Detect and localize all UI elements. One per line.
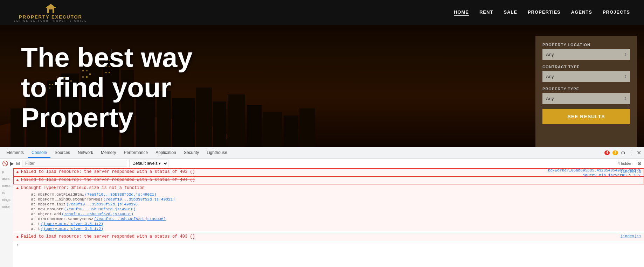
stack-link-4[interactable]: (7ea8f10...35b338f52d.js:49018) <box>64 207 136 211</box>
hero-content: The best way to find your Property <box>0 25 535 147</box>
location-select[interactable]: Any <box>542 49 630 60</box>
tab-console[interactable]: Console <box>28 148 50 158</box>
stack-link-6[interactable]: (7ea8f10...35b338f52d.js:49035) <box>94 217 166 221</box>
console-content-area: p assa... mess... rs nings oose ● Failed… <box>0 168 644 267</box>
hero-line1: The best way <box>21 42 193 73</box>
console-prompt[interactable]: › <box>13 241 644 250</box>
source-link-bg[interactable]: bg-worker_06ab695635.4323543549652.jpg:1 <box>548 168 640 173</box>
hero-line2: to find your <box>21 72 171 103</box>
left-item-2[interactable]: assa... <box>0 175 13 182</box>
stack-link-8[interactable]: (jquery.min.js?ver=3.5.1:2) <box>41 227 103 231</box>
left-item-4[interactable]: rs <box>0 189 13 196</box>
tab-network[interactable]: Network <box>74 148 97 158</box>
more-options-icon[interactable]: ⋮ <box>628 149 634 156</box>
clear-console-icon[interactable]: 🚫 <box>2 161 8 166</box>
stack-text-7: at t <box>22 222 40 226</box>
left-item-6[interactable]: oose <box>0 203 13 210</box>
nav-link-sale[interactable]: SALE <box>504 9 517 16</box>
stack-row-6: at HTMLDocument.<anonymous> (7ea8f10...3… <box>13 217 644 222</box>
error-text-1: Failed to load resource: the server resp… <box>21 169 621 174</box>
tab-sources[interactable]: Sources <box>51 148 74 158</box>
location-label: PROPERTY LOCATION <box>542 43 630 47</box>
settings-icon[interactable]: ⚙ <box>621 150 625 156</box>
location-field-wrap: Any <box>542 49 630 60</box>
error-404-row: ● Failed to load resource: the server re… <box>13 176 644 184</box>
console-log: ● Failed to load resource: the server re… <box>13 168 644 267</box>
left-item-5[interactable]: nings <box>0 196 13 203</box>
stack-text-3: at nbsForm.init <box>22 202 65 206</box>
console-settings-icon[interactable]: ⚙ <box>637 161 642 166</box>
hero-line3: Property <box>21 102 133 133</box>
nav-link-properties[interactable]: PROPERTIES <box>528 9 561 16</box>
type-select[interactable]: Any <box>542 93 630 104</box>
nav-link-projects[interactable]: PROJECTS <box>603 9 630 16</box>
error-badge: 4 <box>604 150 610 155</box>
stack-text-4: at new nbsForm <box>22 207 63 211</box>
filter-input[interactable] <box>22 160 127 167</box>
error-text-3: Uncaught TypeError: $field.size is not a… <box>21 185 641 190</box>
type-field-wrap: Any <box>542 93 630 104</box>
bottom-error-source[interactable]: (index):1 <box>621 234 641 238</box>
console-left-panel: p assa... mess... rs nings oose <box>0 168 13 267</box>
contract-field-wrap: Any <box>542 71 630 82</box>
devtools-toolbar-right: 4 2 ⚙ ⋮ ✕ <box>604 149 641 156</box>
hero-title: The best way to find your Property <box>21 43 514 133</box>
error-icon-2: ● <box>16 178 19 183</box>
nav-bar: PROPERTY EXECUTOR LET US BE YOUR PROPERT… <box>0 0 644 25</box>
contract-select[interactable]: Any <box>542 71 630 82</box>
tab-memory[interactable]: Memory <box>97 148 119 158</box>
source-link-jquery[interactable]: jquery.min.js?ver=3.5.1:2 <box>583 173 640 177</box>
stack-link-3[interactable]: (7ea8f10...35b338f52d.js:49019) <box>66 202 138 206</box>
left-item-3[interactable]: mess... <box>0 182 13 189</box>
hero-section: The best way to find your Property PROPE… <box>0 25 644 147</box>
stack-text-2: at nbsForm._bindCustomErrorMsgs <box>22 197 103 202</box>
nav-links: HOME RENT SALE PROPERTIES AGENTS PROJECT… <box>454 9 630 16</box>
hidden-count: 4 hidden <box>618 161 632 166</box>
stack-row-4: at new nbsForm (7ea8f10...35b338f52d.js:… <box>13 207 644 212</box>
svg-rect-1 <box>49 9 53 13</box>
filter-toggle-icon[interactable]: ▶ <box>10 161 14 166</box>
tab-elements[interactable]: Elements <box>3 148 27 158</box>
nav-link-rent[interactable]: RENT <box>479 9 493 16</box>
tab-performance[interactable]: Performance <box>120 148 151 158</box>
type-label: PROPERTY TYPE <box>542 87 630 91</box>
stack-row-5: at Object.add (7ea8f10...35b338f52d.js:4… <box>13 212 644 217</box>
stack-link-2[interactable]: (7ea8f10...35b338f52d.js:49021) <box>103 197 175 202</box>
website-area: PROPERTY EXECUTOR LET US BE YOUR PROPERT… <box>0 0 644 147</box>
left-item-1[interactable]: p <box>0 168 13 175</box>
error-icon-bottom: ● <box>16 234 19 240</box>
nav-link-agents[interactable]: AGENTS <box>571 9 592 16</box>
devtools-tabs-bar: Elements Console Sources Network Memory … <box>0 147 644 159</box>
stack-text-8: at t <box>22 227 40 231</box>
stack-link-5[interactable]: (7ea8f10...35b338f52d.js:49031) <box>62 212 133 216</box>
console-toolbar: 🚫 ▶ ⊞ Default levels ▾ 4 hidden ⚙ <box>0 159 644 168</box>
default-levels-select[interactable]: Default levels ▾ <box>129 160 168 167</box>
stack-link-1[interactable]: (7ea8f10...35b338f52d.js:49021) <box>85 192 157 197</box>
tab-application[interactable]: Application <box>152 148 180 158</box>
logo-icon <box>44 3 58 14</box>
stack-row-3: at nbsForm.init (7ea8f10...35b338f52d.js… <box>13 202 644 207</box>
logo-area: PROPERTY EXECUTOR LET US BE YOUR PROPERT… <box>14 3 87 22</box>
tab-lighthouse[interactable]: Lighthouse <box>203 148 231 158</box>
close-icon[interactable]: ✕ <box>637 149 641 156</box>
error-icon-3: ● <box>16 186 19 191</box>
stack-text-5: at Object.add <box>22 212 61 216</box>
bottom-error-row: ● Failed to load resource: the server re… <box>13 233 644 241</box>
warning-badge: 2 <box>612 150 618 155</box>
prompt-chevron: › <box>16 243 19 248</box>
stack-text-6: at HTMLDocument.<anonymous> <box>22 217 94 221</box>
contract-label: CONTRACT TYPE <box>542 65 630 69</box>
error-icon-1: ● <box>16 170 19 175</box>
tab-security[interactable]: Security <box>180 148 202 158</box>
stack-row-7: at t (jquery.min.js?ver=3.5.1:2) <box>13 222 644 226</box>
error-text-bottom: Failed to load resource: the server resp… <box>21 234 621 239</box>
error-row-404: ● Failed to load resource: the server re… <box>13 176 644 184</box>
see-results-button[interactable]: SEE RESULTS <box>542 109 630 124</box>
nav-link-home[interactable]: HOME <box>454 9 469 16</box>
stack-link-7[interactable]: (jquery.min.js?ver=3.5.1:2) <box>41 222 103 226</box>
devtools-area: Elements Console Sources Network Memory … <box>0 147 644 267</box>
error-typeerror-row: ● Uncaught TypeError: $field.size is not… <box>13 184 644 192</box>
error-text-2: Failed to load resource: the server resp… <box>21 177 641 182</box>
stack-row-1: at nbsForm.getFieldHtml (7ea8f10...35b33… <box>13 192 644 197</box>
stack-row-8: at t (jquery.min.js?ver=3.5.1:2) <box>13 226 644 231</box>
